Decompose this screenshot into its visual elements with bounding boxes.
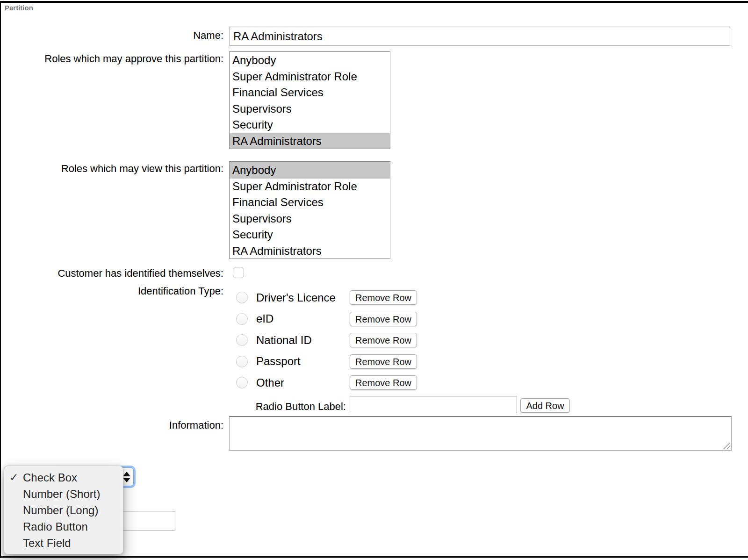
radio-button-icon[interactable] [236, 334, 248, 346]
view-option[interactable]: Security [230, 227, 390, 243]
information-textarea[interactable] [229, 416, 732, 451]
menu-item-label: Radio Button [23, 520, 88, 533]
remove-row-button[interactable]: Remove Row [350, 375, 417, 390]
window-frame-bottom [0, 556, 748, 558]
radio-button-label-input[interactable] [350, 396, 517, 413]
view-roles-listbox[interactable]: Anybody Super Administrator Role Financi… [229, 161, 390, 259]
identification-option-label: Driver's Licence [256, 291, 336, 304]
identification-row: National ID Remove Row [236, 330, 563, 351]
information-label: Information: [0, 419, 223, 431]
approve-option[interactable]: Anybody [230, 52, 390, 69]
menu-item-label: Check Box [23, 471, 77, 484]
view-option[interactable]: RA Administrators [230, 243, 390, 259]
view-option-selected[interactable]: Anybody [230, 162, 390, 179]
view-option[interactable]: Supervisors [230, 211, 390, 227]
approve-option-selected[interactable]: RA Administrators [230, 133, 390, 150]
remove-row-button[interactable]: Remove Row [350, 312, 417, 326]
partition-form-page: Partition Name: Roles which may approve … [0, 0, 748, 560]
remove-row-button[interactable]: Remove Row [350, 333, 417, 347]
window-frame-left [0, 1, 1, 558]
remove-row-button[interactable]: Remove Row [350, 290, 417, 305]
identification-row: Passport Remove Row [236, 351, 563, 373]
radio-button-label-label: Radio Button Label: [0, 401, 346, 413]
approve-option[interactable]: Financial Services [230, 85, 390, 101]
identification-row: Driver's Licence Remove Row [236, 287, 563, 309]
menu-item-number-long[interactable]: Number (Long) [4, 502, 123, 518]
view-roles-label: Roles which may view this partition: [0, 163, 223, 175]
view-option[interactable]: Super Administrator Role [230, 179, 390, 195]
identification-option-label: Other [256, 376, 284, 389]
menu-item-radio-button[interactable]: Radio Button [4, 518, 123, 535]
view-option[interactable]: Financial Services [230, 194, 390, 211]
add-row-button[interactable]: Add Row [520, 398, 570, 413]
customer-identified-label: Customer has identified themselves: [0, 267, 223, 280]
window-frame-top [0, 1, 748, 3]
identification-option-label: National ID [256, 334, 312, 347]
identification-row: eID Remove Row [236, 309, 563, 330]
stepper-up-icon [123, 472, 130, 476]
menu-item-number-short[interactable]: Number (Short) [4, 486, 123, 502]
radio-button-icon[interactable] [236, 356, 248, 367]
identification-type-label: Identification Type: [0, 285, 223, 297]
radio-button-icon[interactable] [236, 313, 248, 325]
stepper-down-icon [123, 478, 130, 482]
remove-row-button[interactable]: Remove Row [350, 354, 417, 369]
textarea-resize-handle-icon[interactable] [724, 443, 730, 449]
radio-button-icon[interactable] [236, 377, 248, 388]
name-input[interactable] [229, 27, 730, 46]
approve-option[interactable]: Security [230, 117, 390, 133]
menu-item-label: Number (Short) [23, 488, 100, 500]
menu-item-label: Number (Long) [23, 504, 98, 517]
approve-roles-label: Roles which may approve this partition: [0, 53, 223, 65]
menu-item-text-field[interactable]: Text Field [4, 535, 123, 551]
identification-row: Other Remove Row [236, 372, 563, 394]
name-label: Name: [0, 29, 223, 42]
approve-roles-listbox[interactable]: Anybody Super Administrator Role Financi… [229, 51, 390, 149]
select-stepper [122, 468, 131, 486]
customer-identified-checkbox[interactable] [233, 267, 244, 278]
checkmark-icon: ✓ [9, 469, 18, 486]
radio-button-icon[interactable] [236, 292, 248, 303]
section-title-partition: Partition [5, 4, 33, 12]
field-type-dropdown-menu: ✓ Check Box Number (Short) Number (Long)… [4, 466, 123, 554]
approve-option[interactable]: Supervisors [230, 101, 390, 117]
new-field-label-input[interactable] [118, 511, 175, 531]
menu-item-check-box[interactable]: ✓ Check Box [4, 469, 123, 486]
identification-option-label: eID [256, 312, 273, 325]
identification-option-label: Passport [256, 355, 301, 368]
menu-item-label: Text Field [23, 537, 71, 549]
approve-option[interactable]: Super Administrator Role [230, 69, 390, 85]
identification-type-rows: Driver's Licence Remove Row eID Remove R… [236, 287, 563, 394]
